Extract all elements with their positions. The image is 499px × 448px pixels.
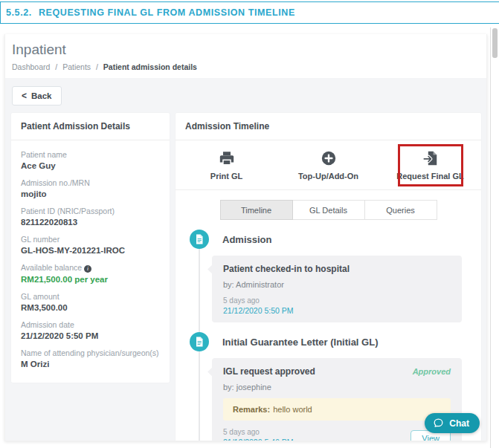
timeline-event-card: Patient checked-in to hospital by: Admin… bbox=[212, 256, 462, 322]
field-label: Name of attending physician/surgeon(s) bbox=[21, 348, 160, 357]
chat-button-label: Chat bbox=[449, 418, 469, 429]
event-time-ago: 5 days ago bbox=[223, 296, 294, 305]
event-title: IGL request approved bbox=[223, 366, 315, 377]
field-value: mojito bbox=[21, 189, 160, 198]
breadcrumb-current: Patient admission details bbox=[103, 62, 197, 71]
remarks-label: Remarks: bbox=[233, 405, 270, 414]
breadcrumb-patients[interactable]: Patients bbox=[62, 62, 91, 71]
field-patient-id: Patient ID (NRIC/Passport) 821122020813 bbox=[21, 207, 160, 227]
field-value: 821122020813 bbox=[21, 218, 160, 227]
event-time-ago: 5 days ago bbox=[223, 428, 294, 436]
document-circle-icon bbox=[190, 332, 209, 351]
scrollbar[interactable] bbox=[490, 27, 499, 448]
timeline: Admission Patient checked-in to hospital… bbox=[176, 230, 481, 441]
admission-timeline-panel: Admission Timeline Print GL bbox=[176, 113, 481, 441]
section-title: Initial Guarantee Letter (Initial GL) bbox=[222, 337, 378, 348]
patient-details-title: Patient Admission Details bbox=[11, 113, 170, 140]
info-icon[interactable]: i bbox=[84, 265, 91, 273]
event-date-link[interactable]: 21/12/2020 5:46 PM bbox=[223, 438, 294, 441]
approved-status-badge: Approved bbox=[413, 367, 451, 376]
breadcrumb: Dashboard / Patients / Patient admission… bbox=[12, 62, 474, 71]
event-by: by: Administrator bbox=[223, 280, 451, 289]
field-physician: Name of attending physician/surgeon(s) M… bbox=[21, 348, 160, 369]
tab-gl-details[interactable]: GL Details bbox=[292, 200, 365, 220]
chat-bubble-icon bbox=[433, 418, 444, 429]
field-label: Patient ID (NRIC/Passport) bbox=[21, 207, 160, 215]
plus-circle-icon bbox=[321, 150, 337, 166]
field-value-balance: RM21,500.00 per year bbox=[21, 275, 160, 284]
field-label: Available balancei bbox=[21, 263, 160, 273]
page-title: Inpatient bbox=[12, 42, 474, 58]
timeline-tabs: Timeline GL Details Queries bbox=[220, 200, 437, 220]
field-available-balance: Available balancei RM21,500.00 per year bbox=[21, 263, 160, 284]
app-body: < Back Patient Admission Details Patient… bbox=[5, 78, 486, 441]
back-button[interactable]: < Back bbox=[12, 86, 62, 105]
tab-timeline[interactable]: Timeline bbox=[220, 200, 293, 220]
field-admission-no: Admission no./MRN mojito bbox=[21, 178, 160, 198]
field-gl-amount: GL amount RM3,500.00 bbox=[21, 292, 160, 312]
back-button-label: Back bbox=[31, 91, 52, 100]
remarks-box: Remarks:hello world bbox=[223, 398, 451, 421]
event-by: by: josephine bbox=[223, 383, 451, 392]
printer-icon bbox=[219, 150, 235, 166]
chevron-left-icon: < bbox=[22, 91, 27, 101]
request-final-gl-icon bbox=[422, 150, 439, 166]
print-gl-label: Print GL bbox=[210, 172, 242, 181]
event-date-link[interactable]: 21/12/2020 5:50 PM bbox=[223, 306, 294, 315]
chat-button[interactable]: Chat bbox=[425, 413, 480, 433]
field-label: Patient name bbox=[21, 150, 160, 159]
request-final-gl-action[interactable]: Request Final GL bbox=[379, 150, 481, 181]
admission-timeline-title: Admission Timeline bbox=[176, 113, 481, 140]
field-value: M Orizi bbox=[21, 360, 160, 369]
field-value: RM3,500.00 bbox=[21, 303, 160, 312]
doc-section-title: REQUESTING FINAL GL FROM ADMISSION TIMEL… bbox=[39, 7, 295, 18]
patient-details-panel: Patient Admission Details Patient name A… bbox=[11, 113, 170, 383]
field-label: GL number bbox=[21, 235, 160, 244]
field-label: GL amount bbox=[21, 292, 160, 301]
field-label: Admission date bbox=[21, 320, 160, 329]
field-label: Admission no./MRN bbox=[21, 178, 160, 187]
app-header: Inpatient Dashboard / Patients / Patient… bbox=[5, 34, 486, 78]
breadcrumb-separator: / bbox=[55, 62, 57, 71]
doc-section-number: 5.5.2. bbox=[6, 7, 32, 18]
section-title: Admission bbox=[222, 234, 271, 245]
app-window: Inpatient Dashboard / Patients / Patient… bbox=[4, 34, 487, 441]
remarks-text: hello world bbox=[273, 405, 312, 414]
request-final-gl-label: Request Final GL bbox=[396, 172, 463, 181]
tab-queries[interactable]: Queries bbox=[364, 200, 437, 220]
timeline-section-admission: Admission Patient checked-in to hospital… bbox=[176, 230, 481, 322]
doc-section-heading: 5.5.2.REQUESTING FINAL GL FROM ADMISSION… bbox=[0, 1, 499, 24]
top-up-add-on-label: Top-Up/Add-On bbox=[298, 172, 358, 181]
event-title: Patient checked-in to hospital bbox=[223, 264, 451, 274]
print-gl-action[interactable]: Print GL bbox=[176, 150, 277, 181]
field-admission-date: Admission date 21/12/2020 5:50 PM bbox=[21, 320, 160, 340]
field-value: 21/12/2020 5:50 PM bbox=[21, 331, 160, 340]
field-patient-name: Patient name Ace Guy bbox=[21, 150, 160, 170]
breadcrumb-dashboard[interactable]: Dashboard bbox=[12, 62, 50, 71]
top-up-add-on-action[interactable]: Top-Up/Add-On bbox=[277, 150, 379, 181]
field-gl-number: GL number GL-HOS-MY-201221-IROC bbox=[21, 235, 160, 255]
timeline-event-card: IGL request approved Approved by: joseph… bbox=[212, 358, 462, 441]
document-circle-icon bbox=[190, 230, 209, 249]
timeline-actions-bar: Print GL Top-Up/Add-On bbox=[176, 140, 481, 190]
field-value: GL-HOS-MY-201221-IROC bbox=[21, 246, 160, 255]
field-value: Ace Guy bbox=[21, 161, 160, 170]
breadcrumb-separator: / bbox=[96, 62, 98, 71]
scrollbar-thumb[interactable] bbox=[492, 28, 498, 58]
